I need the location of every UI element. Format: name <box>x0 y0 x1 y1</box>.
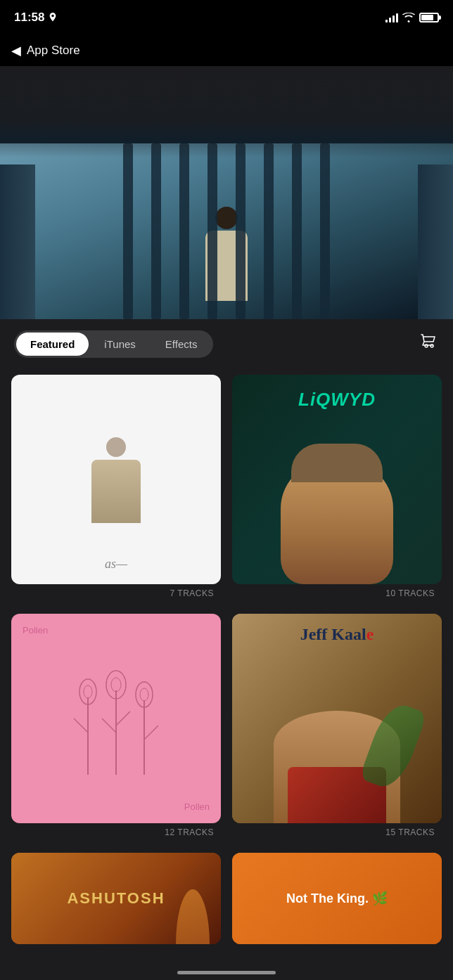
tab-bar: Featured iTunes Effects <box>0 319 453 369</box>
album-1-track-count: 7 TRACKS <box>11 584 221 602</box>
segment-control: Featured iTunes Effects <box>14 330 213 358</box>
album-artwork-2: LiQWYD <box>232 375 442 584</box>
beanie-shape <box>291 444 383 482</box>
album-1-figure <box>74 437 158 529</box>
pollen-label-top: Pollen <box>23 625 48 636</box>
cart-icon[interactable] <box>419 333 439 356</box>
king-title: Not The King. 🌿 <box>279 884 395 913</box>
back-arrow-icon[interactable]: ◀ <box>11 43 21 58</box>
liqwyd-face <box>232 437 442 584</box>
time-display: 11:58 <box>14 11 44 25</box>
pollen-label-bottom: Pollen <box>184 801 210 812</box>
home-indicator <box>177 971 276 974</box>
liqwyd-title: LiQWYD <box>298 389 376 411</box>
jeff-name: Jeff Kaale <box>300 625 374 643</box>
album-item-3: Pollen <box>11 614 221 842</box>
svg-line-6 <box>116 711 130 726</box>
svg-line-1 <box>74 718 88 733</box>
pollen-flowers-svg <box>67 662 165 775</box>
jeff-face-container <box>274 683 400 823</box>
signal-strength-icon <box>385 13 398 22</box>
album-artwork-1: as— <box>11 375 221 584</box>
back-label[interactable]: App Store <box>27 44 80 58</box>
tab-featured[interactable]: Featured <box>16 333 89 356</box>
status-time: 11:58 <box>14 11 58 25</box>
album-item-4: Jeff Kaale 15 TRACKS <box>232 614 442 842</box>
a1-head <box>106 437 126 457</box>
svg-point-8 <box>111 678 121 692</box>
album-bottom-row: ASHUTOSH Not The King. 🌿 <box>0 853 453 958</box>
right-pillar <box>418 165 453 319</box>
svg-point-12 <box>140 688 148 701</box>
album-3-track-count: 12 TRACKS <box>11 823 221 842</box>
album-1-signature: as— <box>105 557 127 572</box>
album-card-king[interactable]: Not The King. 🌿 <box>232 853 442 944</box>
tab-itunes[interactable]: iTunes <box>90 333 149 356</box>
left-pillar <box>0 165 35 319</box>
album-grid: as— 7 TRACKS LiQWYD 10 TRACKS <box>0 369 453 853</box>
ashutosh-title: ASHUTOSH <box>67 889 165 908</box>
battery-icon <box>419 13 439 22</box>
status-bar: 11:58 <box>0 0 453 35</box>
hero-blur-overlay <box>0 66 453 157</box>
album-card-1[interactable]: as— <box>11 375 221 584</box>
album-card-4[interactable]: Jeff Kaale <box>232 614 442 823</box>
album-artwork-3: Pollen <box>11 614 221 823</box>
album-card-ashutosh[interactable]: ASHUTOSH <box>11 853 221 944</box>
navigation-bar: ◀ App Store <box>0 35 453 66</box>
album-2-track-count: 10 TRACKS <box>232 584 442 602</box>
svg-point-3 <box>84 685 92 698</box>
status-icons <box>385 13 439 22</box>
svg-line-5 <box>102 718 116 733</box>
album-item-2: LiQWYD 10 TRACKS <box>232 375 442 602</box>
jeff-title: Jeff Kaale <box>243 625 430 644</box>
jeff-name-highlight: e <box>366 625 374 643</box>
album-card-2[interactable]: LiQWYD <box>232 375 442 584</box>
svg-line-10 <box>144 726 158 740</box>
hero-banner <box>0 66 453 319</box>
bars-decoration <box>0 143 453 319</box>
a1-body <box>91 460 141 523</box>
wifi-icon <box>402 13 415 22</box>
album-item-1: as— 7 TRACKS <box>11 375 221 602</box>
tab-effects[interactable]: Effects <box>151 333 212 356</box>
album-card-3[interactable]: Pollen <box>11 614 221 823</box>
hero-scene <box>0 143 453 319</box>
album-4-track-count: 15 TRACKS <box>232 823 442 842</box>
location-icon <box>48 13 58 22</box>
album-artwork-4: Jeff Kaale <box>232 614 442 823</box>
